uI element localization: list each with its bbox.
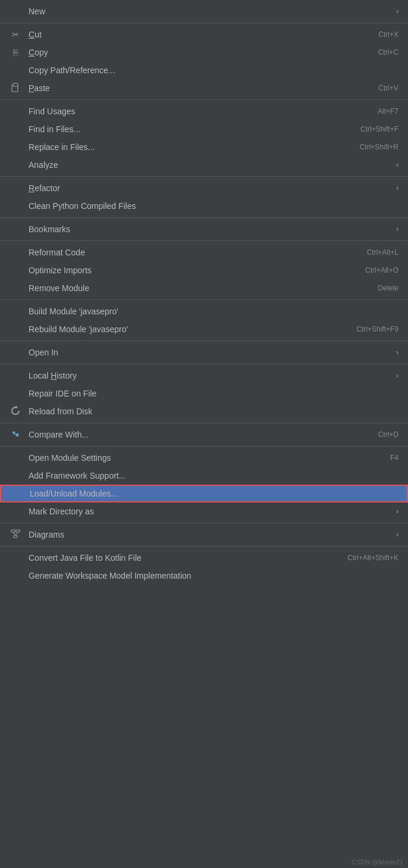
menu-separator <box>0 176 408 177</box>
menu-item-optimize-imports[interactable]: Optimize ImportsCtrl+Alt+O <box>0 261 408 279</box>
svg-rect-1 <box>13 83 18 86</box>
rebuild-module-label: Rebuild Module 'javasepro' <box>29 324 332 334</box>
copy-path-label: Copy Path/Reference... <box>29 65 398 75</box>
mark-directory-arrow: › <box>396 507 398 516</box>
svg-line-10 <box>15 532 18 535</box>
menu-separator <box>0 217 408 218</box>
menu-item-open-module-settings[interactable]: Open Module SettingsF4 <box>0 449 408 467</box>
rebuild-module-shortcut: Ctrl+Shift+F9 <box>356 325 398 333</box>
clean-python-label: Clean Python Compiled Files <box>29 201 398 211</box>
compare-with-icon <box>8 429 23 441</box>
menu-item-reload-from-disk[interactable]: Reload from Disk <box>0 402 408 420</box>
local-history-label: Local History <box>29 371 390 380</box>
local-history-arrow: › <box>396 371 398 380</box>
menu-item-convert-java-kotlin[interactable]: Convert Java File to Kotlin FileCtrl+Alt… <box>0 549 408 567</box>
remove-module-label: Remove Module <box>29 283 354 293</box>
menu-item-add-framework[interactable]: Add Framework Support... <box>0 467 408 485</box>
open-in-arrow: › <box>396 348 398 357</box>
diagrams-arrow: › <box>396 530 398 539</box>
compare-with-label: Compare With... <box>29 430 354 439</box>
paste-shortcut: Ctrl+V <box>378 84 398 92</box>
menu-item-paste[interactable]: PasteCtrl+V <box>0 79 408 97</box>
build-module-label: Build Module 'javasepro' <box>29 307 398 316</box>
reload-from-disk-icon <box>8 406 23 417</box>
copy-shortcut: Ctrl+C <box>378 48 398 57</box>
load-unload-label: Load/Unload Modules... <box>30 489 397 498</box>
svg-rect-6 <box>16 530 20 532</box>
generate-workspace-label: Generate Workspace Model Implementation <box>29 571 398 580</box>
cut-shortcut: Ctrl+X <box>378 30 398 39</box>
diagrams-icon <box>8 529 23 541</box>
svg-line-9 <box>13 532 15 535</box>
find-in-files-shortcut: Ctrl+Shift+F <box>360 125 398 133</box>
menu-item-copy-path[interactable]: Copy Path/Reference... <box>0 61 408 79</box>
svg-rect-7 <box>14 535 17 538</box>
copy-label: Copy <box>29 48 354 57</box>
add-framework-label: Add Framework Support... <box>29 471 398 480</box>
menu-separator <box>0 523 408 523</box>
optimize-imports-label: Optimize Imports <box>29 266 341 275</box>
menu-item-reformat-code[interactable]: Reformat CodeCtrl+Alt+L <box>0 243 408 261</box>
convert-java-kotlin-shortcut: Ctrl+Alt+Shift+K <box>347 554 398 562</box>
reformat-code-shortcut: Ctrl+Alt+L <box>367 248 398 257</box>
open-module-settings-shortcut: F4 <box>390 454 398 462</box>
menu-item-replace-in-files[interactable]: Replace in Files...Ctrl+Shift+R <box>0 138 408 156</box>
menu-item-find-in-files[interactable]: Find in Files...Ctrl+Shift+F <box>0 120 408 138</box>
find-usages-label: Find Usages <box>29 107 354 116</box>
menu-separator <box>0 241 408 241</box>
diagrams-label: Diagrams <box>29 530 390 539</box>
menu-item-build-module[interactable]: Build Module 'javasepro' <box>0 302 408 320</box>
menu-item-compare-with[interactable]: Compare With...Ctrl+D <box>0 426 408 444</box>
menu-separator <box>0 23 408 23</box>
menu-item-refactor[interactable]: Refactor› <box>0 179 408 197</box>
menu-separator <box>0 364 408 364</box>
menu-item-cut[interactable]: ✂CutCtrl+X <box>0 26 408 43</box>
new-label: New <box>29 7 390 16</box>
analyze-label: Analyze <box>29 160 390 170</box>
menu-separator <box>0 446 408 447</box>
menu-item-local-history[interactable]: Local History› <box>0 367 408 385</box>
menu-item-diagrams[interactable]: Diagrams› <box>0 526 408 544</box>
menu-separator <box>0 546 408 547</box>
paste-icon <box>8 83 23 94</box>
find-usages-shortcut: Alt+F7 <box>378 107 398 115</box>
refactor-label: Refactor <box>29 183 390 193</box>
menu-item-generate-workspace[interactable]: Generate Workspace Model Implementation <box>0 567 408 585</box>
context-menu: New›✂CutCtrl+X⎘CopyCtrl+CCopy Path/Refer… <box>0 0 408 587</box>
find-in-files-label: Find in Files... <box>29 124 337 134</box>
menu-item-repair-ide[interactable]: Repair IDE on File <box>0 385 408 402</box>
cut-icon: ✂ <box>8 30 23 39</box>
watermark: CSDN @Monly21 <box>351 858 403 866</box>
menu-item-mark-directory[interactable]: Mark Directory as› <box>0 502 408 520</box>
reformat-code-label: Reformat Code <box>29 248 343 257</box>
menu-item-find-usages[interactable]: Find UsagesAlt+F7 <box>0 102 408 120</box>
menu-item-rebuild-module[interactable]: Rebuild Module 'javasepro'Ctrl+Shift+F9 <box>0 320 408 338</box>
copy-icon: ⎘ <box>8 48 23 57</box>
menu-item-clean-python[interactable]: Clean Python Compiled Files <box>0 197 408 215</box>
menu-item-load-unload[interactable]: Load/Unload Modules... <box>0 485 408 502</box>
menu-item-bookmarks[interactable]: Bookmarks› <box>0 220 408 238</box>
bookmarks-label: Bookmarks <box>29 224 390 234</box>
menu-item-new[interactable]: New› <box>0 2 408 20</box>
bookmarks-arrow: › <box>396 225 398 233</box>
cut-label: Cut <box>29 30 354 39</box>
menu-item-open-in[interactable]: Open In› <box>0 344 408 361</box>
remove-module-shortcut: Delete <box>378 284 398 292</box>
menu-item-analyze[interactable]: Analyze› <box>0 156 408 174</box>
mark-directory-label: Mark Directory as <box>29 507 390 516</box>
menu-item-copy[interactable]: ⎘CopyCtrl+C <box>0 43 408 61</box>
convert-java-kotlin-label: Convert Java File to Kotlin File <box>29 553 324 563</box>
refactor-arrow: › <box>396 184 398 192</box>
menu-separator <box>0 99 408 100</box>
optimize-imports-shortcut: Ctrl+Alt+O <box>365 266 398 274</box>
open-in-label: Open In <box>29 348 390 357</box>
compare-with-shortcut: Ctrl+D <box>378 430 398 439</box>
analyze-arrow: › <box>396 161 398 169</box>
replace-in-files-label: Replace in Files... <box>29 142 336 152</box>
paste-label: Paste <box>29 83 354 93</box>
reload-from-disk-label: Reload from Disk <box>29 407 398 416</box>
menu-item-remove-module[interactable]: Remove ModuleDelete <box>0 279 408 297</box>
repair-ide-label: Repair IDE on File <box>29 389 398 398</box>
menu-separator <box>0 299 408 300</box>
replace-in-files-shortcut: Ctrl+Shift+R <box>360 143 398 151</box>
